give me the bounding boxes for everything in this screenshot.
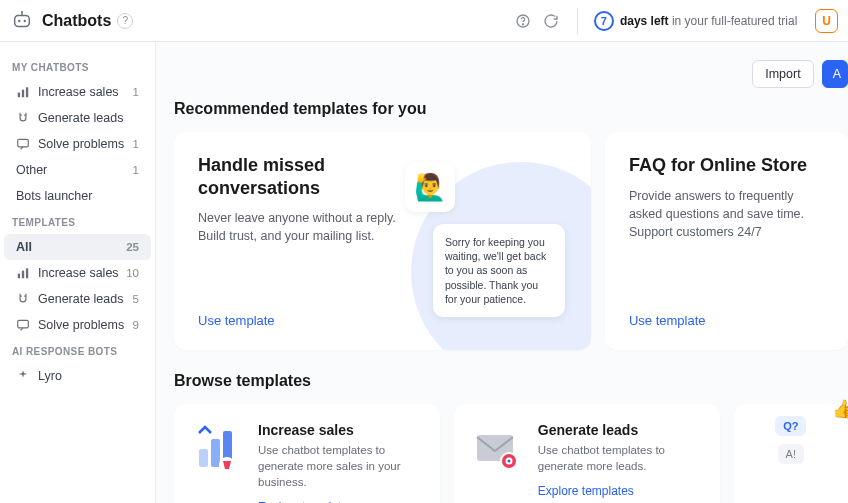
sidebar-item-label: Solve problems bbox=[38, 318, 124, 332]
svg-point-2 bbox=[24, 19, 26, 21]
sidebar-item-count: 1 bbox=[133, 86, 139, 98]
svg-point-23 bbox=[507, 460, 510, 463]
use-template-link[interactable]: Use template bbox=[198, 313, 275, 328]
template-card-handle-missed[interactable]: 🙋‍♂️ Sorry for keeping you waiting, we'l… bbox=[174, 132, 591, 350]
thumbs-up-icon: 👍 bbox=[832, 398, 848, 420]
bars-up-icon bbox=[16, 266, 30, 280]
svg-point-1 bbox=[18, 19, 20, 21]
import-button[interactable]: Import bbox=[752, 60, 813, 88]
sidebar-item-tpl-solve-problems[interactable]: Solve problems 9 bbox=[4, 312, 151, 338]
sidebar-item-bots-launcher[interactable]: Bots launcher bbox=[4, 183, 151, 209]
recommended-row: 🙋‍♂️ Sorry for keeping you waiting, we'l… bbox=[174, 132, 848, 350]
envelope-target-icon bbox=[470, 422, 524, 476]
sidebar-section-ai-bots: AI RESPONSE BOTS bbox=[0, 338, 155, 363]
sidebar-section-my-chatbots: MY CHATBOTS bbox=[0, 54, 155, 79]
browse-card-increase-sales[interactable]: Increase sales Use chatbot templates to … bbox=[174, 404, 440, 503]
bars-up-icon bbox=[16, 85, 30, 99]
svg-rect-12 bbox=[22, 271, 24, 279]
template-desc: Provide answers to frequently asked ques… bbox=[629, 187, 824, 241]
browse-card-generate-leads[interactable]: Generate leads Use chatbot templates to … bbox=[454, 404, 720, 503]
explore-templates-link[interactable]: Explore templates bbox=[538, 484, 702, 498]
sidebar-item-tpl-generate-leads[interactable]: Generate leads 5 bbox=[4, 286, 151, 312]
divider bbox=[577, 8, 578, 34]
browse-card-ai-qa[interactable]: 👍 Q? A! bbox=[734, 404, 848, 503]
trial-days-circle: 7 bbox=[594, 11, 614, 31]
chat-help-icon bbox=[16, 137, 30, 151]
browse-heading: Browse templates bbox=[174, 372, 848, 390]
sidebar-item-label: Generate leads bbox=[38, 111, 123, 125]
page-title: Chatbots bbox=[42, 12, 111, 30]
sidebar-item-label: Bots launcher bbox=[16, 189, 92, 203]
svg-rect-9 bbox=[26, 87, 28, 97]
sidebar-section-templates: TEMPLATES bbox=[0, 209, 155, 234]
browse-title: Generate leads bbox=[538, 422, 702, 438]
add-button[interactable]: A bbox=[822, 60, 848, 88]
chatbot-logo-icon bbox=[10, 9, 34, 33]
sidebar-item-count: 1 bbox=[133, 138, 139, 150]
trial-text: days left in your full-featured trial bbox=[620, 14, 797, 28]
sidebar-item-count: 10 bbox=[126, 267, 139, 279]
chat-bubble: Sorry for keeping you waiting, we'll get… bbox=[433, 224, 565, 317]
upgrade-button[interactable]: U bbox=[815, 9, 838, 33]
sidebar-item-label: Generate leads bbox=[38, 292, 123, 306]
svg-rect-15 bbox=[199, 449, 208, 467]
topbar: Chatbots ? 7 days left in your full-feat… bbox=[0, 0, 848, 42]
a-chip: A! bbox=[778, 444, 804, 464]
svg-rect-7 bbox=[18, 93, 20, 98]
use-template-link[interactable]: Use template bbox=[629, 313, 706, 328]
toolbar: Import A bbox=[752, 60, 848, 88]
sidebar-item-count: 9 bbox=[133, 319, 139, 331]
sidebar-item-generate-leads[interactable]: Generate leads bbox=[4, 105, 151, 131]
sidebar-item-increase-sales[interactable]: Increase sales 1 bbox=[4, 79, 151, 105]
svg-point-6 bbox=[522, 23, 523, 24]
svg-rect-16 bbox=[211, 439, 220, 467]
sidebar-item-label: Other bbox=[16, 163, 47, 177]
svg-rect-0 bbox=[15, 15, 30, 26]
sidebar-item-lyro[interactable]: Lyro bbox=[4, 363, 151, 389]
help-icon[interactable]: ? bbox=[117, 13, 133, 29]
sidebar-item-tpl-increase-sales[interactable]: Increase sales 10 bbox=[4, 260, 151, 286]
sidebar-item-label: Solve problems bbox=[38, 137, 124, 151]
sidebar-item-label: Lyro bbox=[38, 369, 62, 383]
sidebar-item-count: 1 bbox=[133, 164, 139, 176]
q-chip: Q? bbox=[775, 416, 806, 436]
help-circle-icon[interactable] bbox=[515, 13, 531, 29]
template-title: Handle missed conversations bbox=[198, 154, 398, 199]
template-desc: Never leave anyone without a reply. Buil… bbox=[198, 209, 398, 245]
template-title: FAQ for Online Store bbox=[629, 154, 824, 177]
refresh-icon[interactable] bbox=[543, 13, 559, 29]
sidebar-item-label: All bbox=[16, 240, 32, 254]
sidebar-item-label: Increase sales bbox=[38, 85, 119, 99]
sidebar: MY CHATBOTS Increase sales 1 Generate le… bbox=[0, 42, 156, 503]
bar-chart-icon bbox=[190, 422, 244, 476]
browse-desc: Use chatbot templates to generate more l… bbox=[538, 442, 702, 474]
magnet-icon bbox=[16, 292, 30, 306]
svg-rect-10 bbox=[18, 139, 29, 147]
sidebar-item-label: Increase sales bbox=[38, 266, 119, 280]
browse-row: Increase sales Use chatbot templates to … bbox=[174, 404, 848, 503]
content: Import A Recommended templates for you 🙋… bbox=[156, 42, 848, 503]
sidebar-item-all-templates[interactable]: All 25 bbox=[4, 234, 151, 260]
template-card-faq-store[interactable]: FAQ for Online Store Provide answers to … bbox=[605, 132, 848, 350]
sidebar-item-count: 25 bbox=[126, 241, 139, 253]
sidebar-item-solve-problems[interactable]: Solve problems 1 bbox=[4, 131, 151, 157]
browse-desc: Use chatbot templates to generate more s… bbox=[258, 442, 422, 490]
svg-rect-11 bbox=[18, 274, 20, 279]
recommended-heading: Recommended templates for you bbox=[174, 100, 848, 118]
svg-rect-8 bbox=[22, 90, 24, 98]
svg-rect-14 bbox=[18, 320, 29, 328]
magnet-icon bbox=[16, 111, 30, 125]
browse-title: Increase sales bbox=[258, 422, 422, 438]
svg-rect-13 bbox=[26, 268, 28, 278]
sidebar-item-other[interactable]: Other 1 bbox=[4, 157, 151, 183]
trial-badge: 7 days left in your full-featured trial bbox=[594, 11, 797, 31]
raising-hand-icon: 🙋‍♂️ bbox=[405, 162, 455, 212]
sidebar-item-count: 5 bbox=[133, 293, 139, 305]
chat-help-icon bbox=[16, 318, 30, 332]
sparkle-icon bbox=[16, 369, 30, 383]
svg-point-4 bbox=[21, 10, 23, 12]
